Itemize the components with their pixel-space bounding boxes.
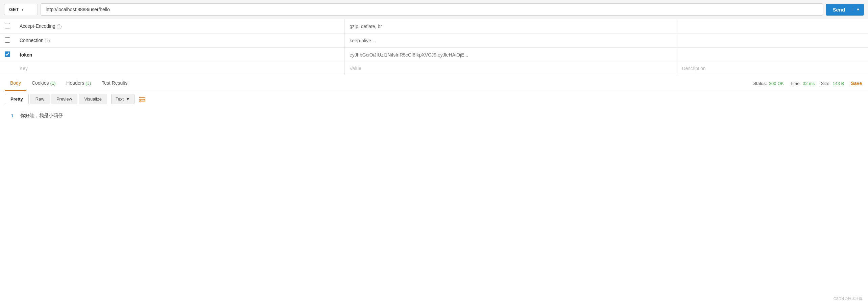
header-value-3: Value [345,62,677,75]
size-value: 143 B [833,81,844,86]
send-label: Send [826,7,852,13]
info-icon-0: i [57,24,62,29]
header-checkbox-1[interactable] [5,37,10,43]
method-chevron: ▼ [21,8,24,12]
send-button[interactable]: Send ▼ [826,4,864,16]
status-value: 200 OK [769,81,784,86]
response-body: 1你好哇，我是小码仔 [0,107,868,124]
save-button[interactable]: Save [849,81,863,86]
header-desc-2 [677,48,868,62]
headers-table: Accept-Encodingigzip, deflate, brConnect… [0,19,868,75]
status-label: Status: [753,81,767,86]
body-lines: 1你好哇，我是小码仔 [7,113,861,119]
response-bar: BodyCookies (1)Headers (3)Test Results S… [0,76,868,91]
line-number: 1 [7,113,14,118]
size-label: Size: [821,81,830,86]
header-value-1: keep-alive... [345,34,677,48]
response-tabs: BodyCookies (1)Headers (3)Test Results [5,76,753,91]
response-meta: Status: 200 OK Time: 32 ms Size: 143 B S… [753,81,863,86]
header-desc-0 [677,19,868,34]
method-select[interactable]: GET ▼ [4,4,38,15]
response-tab-body[interactable]: Body [5,76,26,91]
line-content: 你好哇，我是小码仔 [20,113,63,119]
info-icon-1: i [45,39,50,43]
send-arrow: ▼ [852,7,864,12]
sub-tab-pretty[interactable]: Pretty [5,94,29,104]
sub-tab-raw[interactable]: Raw [30,94,50,104]
response-tab-cookies[interactable]: Cookies (1) [26,76,61,91]
body-line: 1你好哇，我是小码仔 [7,113,861,119]
method-label: GET [9,7,19,12]
header-checkbox-0[interactable] [5,23,10,28]
time-label: Time: [790,81,801,86]
header-checkbox-2[interactable] [5,51,10,57]
sub-tab-visualize[interactable]: Visualize [79,94,107,104]
time-value: 32 ms [803,81,815,86]
text-dropdown-label: Text [116,96,124,102]
header-key-0: Accept-Encodingi [15,19,345,34]
text-chevron: ▼ [126,96,130,102]
header-value-0: gzip, deflate, br [345,19,677,34]
url-bar: GET ▼ Send ▼ [0,0,868,19]
sub-bar: PrettyRawPreviewVisualize Text ▼ [0,91,868,107]
text-dropdown[interactable]: Text ▼ [111,94,135,104]
header-key-2: token [15,48,345,62]
response-tab-headers[interactable]: Headers (3) [61,76,96,91]
sub-tab-preview[interactable]: Preview [51,94,77,104]
header-key-3: Key [15,62,345,75]
header-desc-3: Description [677,62,868,75]
url-input[interactable] [41,3,823,16]
sub-tabs: PrettyRawPreviewVisualize [5,94,107,104]
header-key-1: Connectioni [15,34,345,48]
wrap-icon[interactable] [139,95,146,103]
response-tab-test-results[interactable]: Test Results [96,76,133,91]
header-desc-1 [677,34,868,48]
header-value-2: eyJhbGciOiJIUzI1NiIsInR5cCI6IkpXVCJ9.eyJ… [345,48,677,62]
